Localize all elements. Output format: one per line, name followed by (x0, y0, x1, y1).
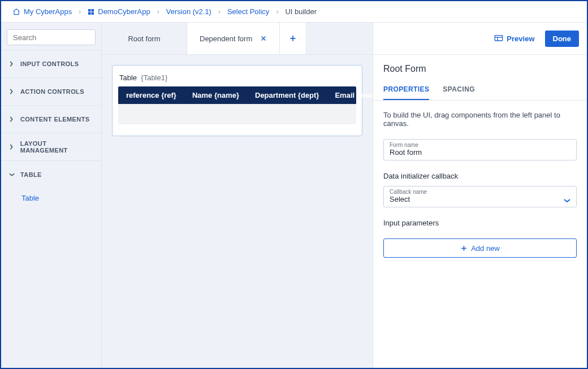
callback-heading: Data initializer callback (383, 172, 577, 180)
sidebar-group-label: ACTION CONTROLS (20, 88, 84, 95)
preview-icon (494, 34, 503, 42)
svg-rect-0 (88, 9, 91, 12)
preview-label: Preview (507, 34, 534, 43)
canvas-column: Root form Dependent form Tab (102, 23, 373, 368)
form-tabs: Root form Dependent form (102, 23, 373, 55)
chevron-down-icon (9, 172, 15, 177)
table-header-row: reference {ref} Name {name} Department {… (118, 86, 356, 104)
chevron-right-icon (9, 61, 15, 67)
table-variable: {Table1} (141, 73, 167, 82)
search-input-wrap[interactable] (7, 29, 96, 45)
properties-panel: Preview Done Root Form PROPERTIES SPACIN… (373, 23, 587, 368)
breadcrumb-demo-cyberapp[interactable]: DemoCyberApp (84, 5, 154, 18)
sidebar-group-content-elements[interactable]: CONTENT ELEMENTS (1, 106, 101, 133)
preview-button[interactable]: Preview (492, 31, 537, 46)
plus-icon (289, 34, 297, 42)
chevron-right-icon: › (79, 8, 81, 16)
sidebar-group-label: TABLE (20, 171, 42, 178)
panel-hint: To build the UI, drag components from th… (383, 111, 577, 128)
breadcrumb-my-cyberapps[interactable]: My CyberApps (9, 5, 75, 18)
tab-properties[interactable]: PROPERTIES (383, 81, 429, 100)
tab-spacing[interactable]: SPACING (443, 81, 475, 100)
table-header-cell[interactable]: Name {name} (184, 86, 247, 104)
breadcrumb-label: My CyberApps (24, 7, 72, 16)
search-input[interactable] (12, 30, 109, 45)
chevron-right-icon (9, 116, 15, 122)
chevron-right-icon: › (157, 8, 159, 16)
svg-rect-2 (88, 12, 91, 15)
tab-dependent-form[interactable]: Dependent form (187, 23, 280, 54)
canvas-area[interactable]: Table {Table1} reference {ref} Name {nam… (102, 55, 373, 368)
tab-label: Dependent form (200, 34, 252, 43)
form-name-field[interactable]: Form name Root form (383, 139, 577, 160)
table-header-cell[interactable]: Email {email} (327, 86, 373, 104)
table-empty-row (118, 104, 356, 124)
tab-root-form[interactable]: Root form (102, 23, 187, 54)
chevron-right-icon (9, 89, 15, 94)
table-header-cell[interactable]: reference {ref} (118, 86, 184, 104)
breadcrumb-ui-builder: UI builder (282, 5, 320, 18)
svg-rect-1 (92, 9, 94, 12)
add-tab-button[interactable] (280, 23, 306, 54)
svg-rect-3 (92, 12, 94, 15)
table-caption: Table {Table1} (118, 71, 356, 86)
sidebar: INPUT CONTROLS ACTION CONTROLS CONTENT E… (1, 23, 102, 368)
sidebar-group-label: LAYOUT MANAGEMENT (20, 140, 93, 154)
chevron-right-icon: › (276, 8, 278, 16)
breadcrumb-version[interactable]: Version (v2.1) (163, 5, 215, 18)
sidebar-item-table[interactable]: Table (18, 190, 101, 206)
params-heading: Input parameters (383, 219, 577, 227)
callback-label: Callback name (390, 189, 427, 195)
breadcrumb-label: UI builder (285, 7, 317, 16)
breadcrumb-label: Select Policy (227, 7, 269, 16)
chevron-right-icon (9, 144, 15, 150)
panel-tabs: PROPERTIES SPACING (373, 81, 587, 101)
chevron-down-icon (564, 198, 570, 203)
breadcrumb-label: DemoCyberApp (98, 7, 150, 16)
apps-grid-icon (88, 8, 94, 15)
form-name-label: Form name (390, 142, 570, 148)
close-icon[interactable] (260, 35, 267, 42)
table-title: Table (119, 73, 137, 82)
add-new-label: Add new (471, 244, 500, 253)
sidebar-group-layout-management[interactable]: LAYOUT MANAGEMENT (1, 133, 101, 160)
sidebar-group-table[interactable]: TABLE (1, 161, 101, 188)
sidebar-group-label: CONTENT ELEMENTS (20, 116, 90, 123)
chevron-right-icon: › (218, 8, 220, 16)
sidebar-group-label: INPUT CONTROLS (20, 60, 79, 67)
callback-select[interactable]: Callback name Select (383, 186, 577, 207)
home-icon (12, 8, 20, 16)
sidebar-group-action-controls[interactable]: ACTION CONTROLS (1, 78, 101, 105)
callback-value: Select (390, 195, 427, 203)
done-button[interactable]: Done (545, 31, 580, 47)
breadcrumb: My CyberApps › DemoCyberApp › Version (v… (1, 1, 587, 23)
table-component[interactable]: Table {Table1} reference {ref} Name {nam… (112, 65, 362, 136)
table-header-cell[interactable]: Department {dept} (247, 86, 327, 104)
add-new-button[interactable]: Add new (383, 238, 577, 258)
form-name-value[interactable]: Root form (390, 148, 570, 157)
plus-icon (460, 245, 468, 252)
panel-title: Root Form (373, 55, 587, 81)
svg-rect-10 (495, 36, 503, 41)
breadcrumb-select-policy[interactable]: Select Policy (224, 5, 273, 18)
sidebar-group-input-controls[interactable]: INPUT CONTROLS (1, 50, 101, 77)
tab-label: Root form (128, 34, 160, 43)
breadcrumb-label: Version (v2.1) (166, 7, 211, 16)
